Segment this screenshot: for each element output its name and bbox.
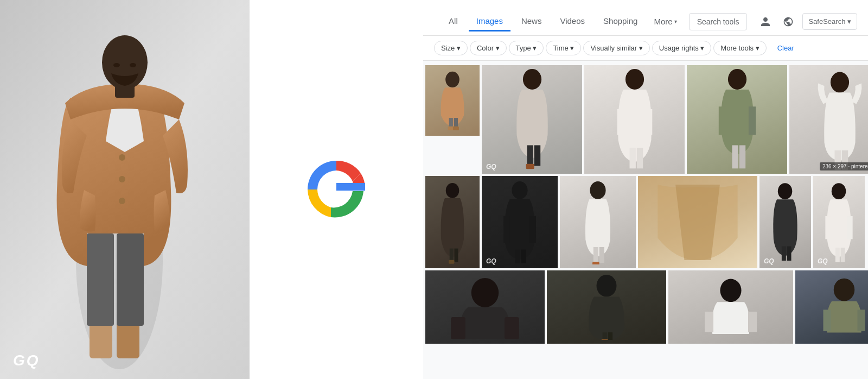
svg-rect-43 (503, 216, 510, 243)
search-tools-button[interactable]: Search tools (689, 13, 748, 30)
grid-row-2: GQ (423, 176, 868, 268)
svg-rect-41 (515, 249, 520, 263)
globe-icon[interactable] (780, 13, 797, 30)
nav-all[interactable]: All (441, 12, 465, 31)
grid-item[interactable] (560, 176, 636, 268)
visually-similar-filter[interactable]: Visually similar ▾ (583, 41, 649, 55)
nav-images[interactable]: Images (469, 12, 510, 31)
grid-item[interactable]: GQ (760, 176, 811, 268)
nav-more[interactable]: More ▾ (648, 12, 682, 30)
svg-rect-65 (705, 312, 713, 332)
image-grid: GQ (423, 61, 868, 379)
svg-point-64 (720, 279, 741, 302)
account-icon[interactable] (757, 13, 774, 30)
safesearch-button[interactable]: SafeSearch ▾ (802, 13, 857, 30)
google-logo-area (250, 0, 423, 379)
svg-rect-29 (732, 146, 738, 169)
time-filter[interactable]: Time ▾ (546, 41, 581, 55)
gq-badge: GQ (13, 352, 40, 369)
featured-image-panel[interactable]: GQ (0, 0, 250, 379)
svg-rect-47 (599, 247, 604, 262)
svg-rect-31 (718, 106, 725, 135)
grid-item[interactable]: GQ (482, 65, 582, 174)
svg-point-67 (834, 278, 855, 301)
nav-icons: SafeSearch ▾ (757, 13, 857, 30)
svg-rect-55 (825, 216, 831, 239)
svg-point-60 (597, 275, 617, 297)
svg-point-45 (590, 181, 605, 199)
svg-rect-26 (617, 109, 623, 135)
svg-rect-42 (521, 249, 526, 263)
svg-rect-22 (526, 164, 534, 169)
svg-point-8 (119, 198, 125, 204)
svg-point-28 (727, 69, 746, 90)
color-filter[interactable]: Color ▾ (470, 41, 507, 55)
svg-rect-68 (824, 309, 831, 331)
svg-point-11 (113, 63, 120, 67)
svg-rect-62 (608, 332, 612, 340)
svg-rect-13 (336, 183, 365, 191)
grid-item[interactable]: 236 × 297 · pinterest.com (789, 65, 868, 174)
svg-rect-37 (450, 248, 454, 262)
svg-point-49 (778, 183, 792, 199)
svg-rect-4 (87, 233, 114, 326)
clear-button[interactable]: Clear (771, 41, 801, 55)
svg-rect-66 (748, 312, 757, 332)
svg-rect-16 (454, 118, 458, 128)
grid-row-3 (423, 270, 868, 344)
right-panel: All Images News Videos Shopping More ▾ S… (423, 0, 868, 379)
grid-item[interactable] (425, 270, 545, 344)
usage-rights-filter[interactable]: Usage rights ▾ (652, 41, 712, 55)
svg-rect-63 (602, 339, 608, 340)
gq-watermark: GQ (818, 257, 828, 265)
svg-rect-25 (636, 148, 642, 168)
grid-item[interactable] (668, 270, 793, 344)
svg-rect-24 (629, 148, 635, 168)
svg-rect-38 (455, 248, 458, 262)
gq-watermark: GQ (486, 257, 496, 265)
grid-item[interactable] (425, 65, 480, 136)
svg-rect-46 (593, 247, 598, 262)
svg-rect-15 (449, 118, 453, 128)
svg-rect-51 (787, 246, 792, 260)
grid-item[interactable] (687, 65, 787, 174)
svg-rect-39 (449, 260, 455, 263)
type-filter[interactable]: Type ▾ (509, 41, 544, 55)
svg-rect-3 (117, 320, 139, 358)
grid-item[interactable] (425, 176, 480, 268)
grid-item[interactable] (547, 270, 666, 344)
svg-rect-44 (529, 216, 536, 243)
svg-rect-30 (739, 146, 745, 169)
svg-rect-53 (835, 248, 840, 262)
grid-item[interactable]: GQ (813, 176, 865, 268)
size-filter[interactable]: Size ▾ (434, 41, 468, 55)
grid-item[interactable] (584, 65, 685, 174)
svg-rect-20 (527, 146, 533, 166)
nav-videos[interactable]: Videos (552, 12, 592, 31)
svg-rect-18 (453, 127, 459, 130)
svg-point-6 (119, 154, 125, 161)
svg-point-23 (625, 69, 643, 90)
svg-rect-59 (505, 317, 519, 339)
svg-point-14 (445, 72, 459, 87)
main-image[interactable]: GQ (0, 0, 250, 379)
nav-news[interactable]: News (514, 12, 550, 31)
svg-rect-5 (117, 233, 144, 326)
grid-item[interactable] (795, 270, 868, 344)
grid-item[interactable]: GQ (482, 176, 558, 268)
svg-rect-32 (748, 106, 755, 135)
svg-rect-58 (451, 317, 465, 339)
svg-rect-50 (782, 246, 786, 260)
nav-shopping[interactable]: Shopping (596, 12, 645, 31)
svg-rect-69 (858, 309, 865, 331)
more-tools-filter[interactable]: More tools ▾ (713, 41, 766, 55)
grid-row-1: GQ (423, 65, 868, 174)
google-logo-icon (301, 154, 372, 225)
svg-rect-56 (847, 216, 853, 239)
svg-point-57 (471, 278, 499, 307)
svg-point-33 (830, 72, 848, 93)
gq-watermark: GQ (764, 257, 774, 265)
svg-rect-54 (841, 248, 845, 262)
grid-item[interactable] (638, 176, 757, 268)
svg-rect-21 (534, 146, 540, 166)
